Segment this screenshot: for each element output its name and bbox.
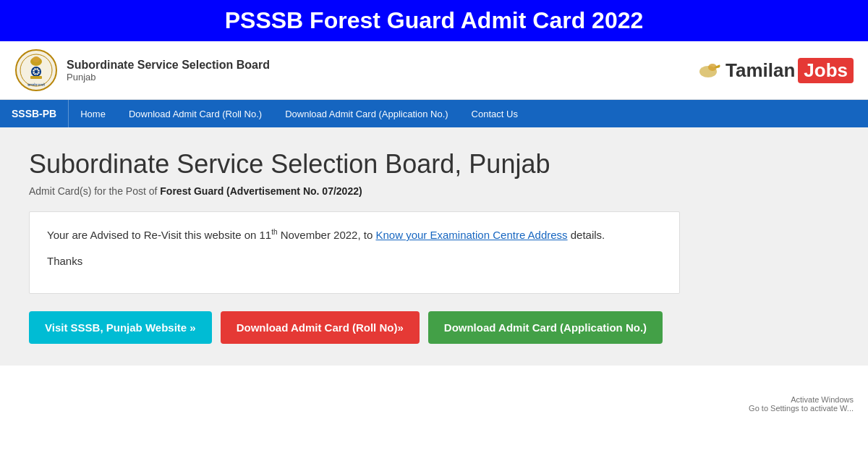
site-header: सत्यमेव जयते Subordinate Service Selecti… (0, 41, 868, 100)
subtitle-prefix: Admit Card(s) for the Post of (29, 185, 160, 197)
subtitle-post: Forest Guard (160, 185, 224, 197)
notice-text: Your are Advised to Re-Visit this websit… (47, 227, 662, 244)
notice-box: Your are Advised to Re-Visit this websit… (29, 211, 680, 294)
nav-item-download-app[interactable]: Download Admit Card (Application No.) (273, 100, 459, 127)
nav-bar: SSSB-PB Home Download Admit Card (Roll N… (0, 100, 868, 127)
org-logo-text: Subordinate Service Selection Board Punj… (67, 59, 270, 83)
download-roll-button[interactable]: Download Admit Card (Roll No)» (221, 311, 420, 344)
notice-pre: Your are Advised to Re-Visit this websit… (47, 229, 271, 241)
nav-brand-label: SSSB-PB (0, 100, 69, 127)
page-subtitle: Admit Card(s) for the Post of Forest Gua… (29, 185, 839, 197)
nav-item-download-roll[interactable]: Download Admit Card (Roll No.) (117, 100, 273, 127)
notice-end: details. (568, 229, 605, 241)
notice-post: , to (357, 229, 375, 241)
notice-sup: th (271, 228, 277, 236)
subtitle-adv: (Advertisement No. 07/2022) (226, 185, 362, 197)
logo-area: सत्यमेव जयते Subordinate Service Selecti… (14, 48, 270, 92)
emblem-icon: सत्यमेव जयते (14, 48, 58, 92)
page-title-banner: PSSSB Forest Guard Admit Card 2022 (14, 7, 854, 34)
brand-name-tamilan: Tamilan (726, 59, 795, 82)
svg-rect-10 (30, 76, 42, 79)
notice-thanks: Thanks (47, 253, 662, 270)
brand-name-jobs: Jobs (798, 58, 854, 83)
watermark-line1: Activate Windows (749, 395, 854, 404)
brand-bird-icon (694, 56, 723, 85)
exam-centre-link[interactable]: Know your Examination Centre Address (375, 229, 567, 241)
notice-date: November 2022 (278, 229, 358, 241)
svg-point-3 (33, 56, 40, 62)
watermark-line2: Go to Settings to activate W... (749, 404, 854, 413)
org-page-title: Subordinate Service Selection Board, Pun… (29, 149, 839, 180)
buttons-row: Visit SSSB, Punjab Website » Download Ad… (29, 311, 839, 344)
org-name: Subordinate Service Selection Board (67, 59, 270, 72)
svg-text:सत्यमेव जयते: सत्यमेव जयते (27, 83, 45, 87)
nav-item-home[interactable]: Home (69, 100, 117, 127)
nav-item-contact[interactable]: Contact Us (460, 100, 529, 127)
download-app-button[interactable]: Download Admit Card (Application No.) (428, 311, 663, 344)
main-content: Subordinate Service Selection Board, Pun… (0, 127, 868, 366)
state-name: Punjab (67, 72, 270, 83)
visit-sssb-button[interactable]: Visit SSSB, Punjab Website » (29, 311, 212, 344)
title-bar: PSSSB Forest Guard Admit Card 2022 (0, 0, 868, 41)
brand-logo: Tamilan Jobs (694, 56, 854, 85)
windows-watermark: Activate Windows Go to Settings to activ… (749, 395, 854, 413)
